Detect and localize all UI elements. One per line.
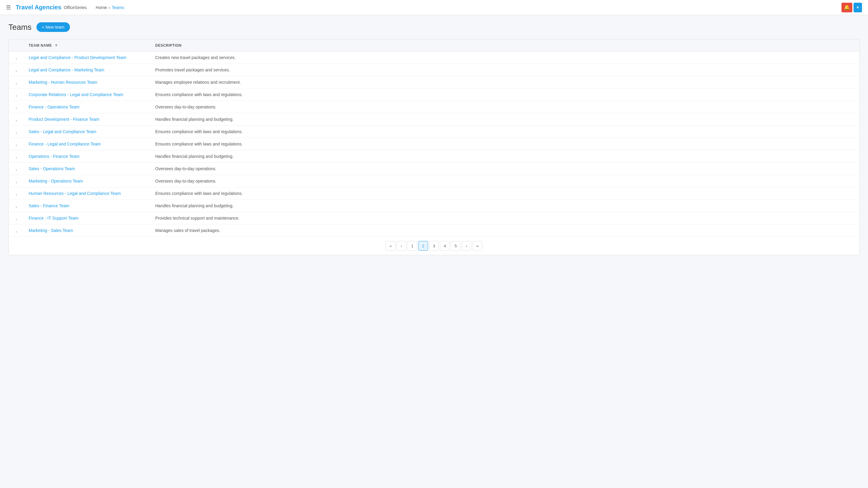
more-options-icon[interactable]: ···: [14, 83, 19, 84]
team-name-link[interactable]: Legal and Compliance - Product Developme…: [29, 55, 126, 60]
row-actions-cell: ···: [9, 64, 24, 76]
filter-icon[interactable]: ▼: [54, 43, 58, 47]
table-row: ··· Finance - Operations Team Oversees d…: [9, 101, 859, 113]
more-options-icon[interactable]: ···: [14, 206, 19, 207]
table-row: ··· Finance - Legal and Compliance Team …: [9, 138, 859, 150]
navbar-brand: ☰ Travel Agencies OfficeSeries: [6, 4, 87, 11]
team-name-link[interactable]: Operations - Finance Team: [29, 154, 80, 159]
team-name-link[interactable]: Finance - IT Support Team: [29, 216, 79, 221]
description-cell: Oversees day-to-day operations.: [150, 101, 859, 113]
more-options-icon[interactable]: ···: [14, 181, 19, 183]
table-row: ··· Sales - Operations Team Oversees day…: [9, 163, 859, 175]
pagination: « ‹ 1 2 3 4 5 › »: [9, 236, 859, 255]
page-header: Teams + New team: [8, 22, 860, 32]
more-options-icon[interactable]: ···: [14, 169, 19, 170]
row-actions-cell: ···: [9, 76, 24, 89]
pagination-page-1[interactable]: 1: [407, 241, 417, 251]
team-name-link[interactable]: Human Resources - Legal and Compliance T…: [29, 191, 121, 196]
pagination-next[interactable]: ›: [462, 241, 471, 251]
row-actions-cell: ···: [9, 187, 24, 200]
team-name-link[interactable]: Product Development - Finance Team: [29, 117, 99, 122]
breadcrumb-current: Teams: [112, 5, 124, 10]
team-name-link[interactable]: Marketing - Human Resources Team: [29, 80, 97, 85]
row-actions-cell: ···: [9, 101, 24, 113]
more-options-icon[interactable]: ···: [14, 58, 19, 59]
table-header-row: TEAM NAME ▼ DESCRIPTION: [9, 39, 859, 52]
pagination-prev[interactable]: ‹: [397, 241, 406, 251]
table-row: ··· Marketing - Sales Team Manages sales…: [9, 224, 859, 237]
description-cell: Handles financial planning and budgeting…: [150, 200, 859, 212]
more-options-icon[interactable]: ···: [14, 120, 19, 121]
breadcrumb-home[interactable]: Home: [96, 5, 107, 10]
more-options-icon[interactable]: ···: [14, 218, 19, 220]
description-cell: Oversees day-to-day operations.: [150, 175, 859, 187]
table-row: ··· Marketing - Human Resources Team Man…: [9, 76, 859, 89]
user-dropdown-button[interactable]: ▼: [854, 3, 862, 12]
team-name-cell: Finance - Legal and Compliance Team: [24, 138, 150, 150]
team-name-cell: Legal and Compliance - Product Developme…: [24, 52, 150, 64]
pagination-page-3[interactable]: 3: [429, 241, 439, 251]
team-name-cell: Legal and Compliance - Marketing Team: [24, 64, 150, 76]
more-options-icon[interactable]: ···: [14, 157, 19, 158]
pagination-page-4[interactable]: 4: [440, 241, 450, 251]
team-name-link[interactable]: Sales - Operations Team: [29, 166, 75, 171]
row-actions-cell: ···: [9, 126, 24, 138]
pagination-page-5[interactable]: 5: [451, 241, 461, 251]
description-cell: Handles financial planning and budgeting…: [150, 150, 859, 163]
more-options-icon[interactable]: ···: [14, 144, 19, 145]
row-actions-cell: ···: [9, 138, 24, 150]
table-row: ··· Human Resources - Legal and Complian…: [9, 187, 859, 200]
row-actions-cell: ···: [9, 224, 24, 237]
row-actions-cell: ···: [9, 89, 24, 101]
team-name-cell: Corporate Relations - Legal and Complian…: [24, 89, 150, 101]
row-actions-cell: ···: [9, 200, 24, 212]
team-name-cell: Human Resources - Legal and Compliance T…: [24, 187, 150, 200]
table-row: ··· Sales - Finance Team Handles financi…: [9, 200, 859, 212]
table-row: ··· Legal and Compliance - Marketing Tea…: [9, 64, 859, 76]
table-row: ··· Product Development - Finance Team H…: [9, 113, 859, 126]
team-name-link[interactable]: Marketing - Operations Team: [29, 178, 83, 184]
breadcrumb-sep: »: [108, 5, 111, 10]
pagination-page-2[interactable]: 2: [418, 241, 428, 251]
navbar-right: 🔔 ▼: [841, 3, 862, 12]
team-name-cell: Operations - Finance Team: [24, 150, 150, 163]
table-row: ··· Finance - IT Support Team Provides t…: [9, 212, 859, 224]
description-cell: Creates new travel packages and services…: [150, 52, 859, 64]
team-name-cell: Finance - IT Support Team: [24, 212, 150, 224]
more-options-icon[interactable]: ···: [14, 194, 19, 195]
team-name-link[interactable]: Finance - Legal and Compliance Team: [29, 141, 101, 147]
description-col-header: DESCRIPTION: [150, 39, 859, 52]
row-actions-cell: ···: [9, 113, 24, 126]
more-options-icon[interactable]: ···: [14, 231, 19, 232]
team-name-link[interactable]: Sales - Legal and Compliance Team: [29, 129, 96, 134]
team-name-cell: Sales - Legal and Compliance Team: [24, 126, 150, 138]
team-name-link[interactable]: Finance - Operations Team: [29, 104, 80, 109]
description-cell: Manages sales of travel packages.: [150, 224, 859, 237]
more-options-icon[interactable]: ···: [14, 95, 19, 96]
description-cell: Ensures compliance with laws and regulat…: [150, 126, 859, 138]
pagination-first[interactable]: «: [386, 241, 396, 251]
team-name-link[interactable]: Sales - Finance Team: [29, 203, 69, 208]
description-cell: Handles financial planning and budgeting…: [150, 113, 859, 126]
bell-icon: 🔔: [844, 4, 850, 10]
teams-table: TEAM NAME ▼ DESCRIPTION ··· Legal and Co…: [9, 39, 859, 236]
more-options-icon[interactable]: ···: [14, 70, 19, 71]
chevron-down-icon: ▼: [856, 5, 860, 10]
row-actions-cell: ···: [9, 175, 24, 187]
row-actions-cell: ···: [9, 163, 24, 175]
hamburger-icon[interactable]: ☰: [6, 4, 11, 11]
more-options-icon[interactable]: ···: [14, 107, 19, 108]
description-cell: Ensures compliance with laws and regulat…: [150, 138, 859, 150]
team-name-link[interactable]: Legal and Compliance - Marketing Team: [29, 67, 104, 72]
row-actions-cell: ···: [9, 212, 24, 224]
team-name-link[interactable]: Corporate Relations - Legal and Complian…: [29, 92, 123, 97]
team-name-col-header: TEAM NAME ▼: [24, 39, 150, 52]
pagination-last[interactable]: »: [472, 241, 482, 251]
more-options-icon[interactable]: ···: [14, 132, 19, 133]
new-team-button[interactable]: + New team: [36, 22, 70, 32]
team-name-link[interactable]: Marketing - Sales Team: [29, 228, 73, 233]
page-content: Teams + New team TEAM NAME ▼ DESCRIPTION: [0, 15, 868, 262]
notification-button[interactable]: 🔔: [841, 3, 852, 12]
description-cell: Ensures compliance with laws and regulat…: [150, 89, 859, 101]
teams-table-container: TEAM NAME ▼ DESCRIPTION ··· Legal and Co…: [8, 39, 860, 255]
